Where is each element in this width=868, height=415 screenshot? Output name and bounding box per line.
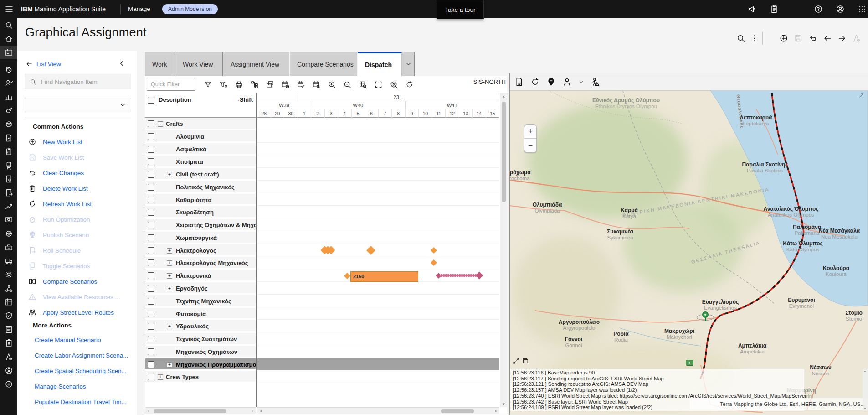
refresh-icon[interactable] — [405, 80, 414, 89]
select-all-checkbox[interactable] — [148, 97, 154, 104]
cal-search-icon[interactable] — [312, 80, 321, 89]
timeline-row-4[interactable] — [257, 168, 499, 181]
panel-collapse-icon[interactable] — [118, 59, 126, 67]
gantt-row-15[interactable]: Φυτοκομία — [145, 308, 256, 320]
user-avatar-icon[interactable] — [836, 5, 845, 14]
cal-check-icon[interactable] — [297, 80, 305, 89]
action-compare-scenarios[interactable]: Compare Scenarios — [28, 276, 131, 286]
rail-item-network[interactable] — [0, 281, 17, 295]
row-checkbox[interactable] — [148, 222, 154, 228]
row-checkbox[interactable] — [148, 234, 154, 241]
rail-item-sports[interactable] — [0, 117, 17, 131]
rail-item-doc-export[interactable] — [0, 186, 17, 199]
row-checkbox[interactable] — [148, 348, 154, 355]
rail-item-gear[interactable] — [0, 268, 17, 281]
rail-item-clipboard-chart[interactable] — [0, 145, 17, 158]
action-delete-work-list[interactable]: Delete Work List — [28, 183, 131, 193]
hscroll-thumb[interactable] — [441, 409, 474, 413]
map-canvas[interactable]: + − Εθνικός Δρυμός ΟλύμπουEthnikos Drymo… — [510, 91, 868, 415]
timeline-row-20[interactable] — [257, 371, 499, 383]
gantt-row-2[interactable]: Ασφαλτικά — [145, 143, 256, 155]
clipboard-icon[interactable] — [770, 5, 779, 14]
expand-expander[interactable]: + — [167, 286, 172, 291]
timeline-hscrollbar[interactable] — [257, 407, 499, 414]
row-checkbox[interactable] — [148, 374, 154, 380]
tab-work-view[interactable]: Work View — [175, 52, 223, 76]
zoom-out-icon[interactable] — [343, 80, 352, 89]
gantt-row-9[interactable]: Χωματουργικά — [145, 232, 256, 244]
gantt-row-19[interactable]: +Μηχανικός Προγραμματισμού Εργασι — [145, 358, 256, 370]
take-a-tour-button[interactable]: Take a tour — [437, 0, 484, 19]
chevron-down-icon[interactable] — [578, 79, 584, 85]
row-checkbox[interactable] — [148, 120, 154, 127]
left-pane-hscrollbar[interactable] — [145, 407, 256, 414]
pegman-warn-icon[interactable] — [591, 77, 600, 87]
gantt-row-18[interactable]: Μηχανικός Οχημάτων — [145, 346, 256, 358]
rail-item-user-circle[interactable] — [0, 363, 17, 377]
console-scrollbar[interactable] — [863, 369, 868, 411]
gantt-row-16[interactable]: +Υδραυλικός — [145, 320, 256, 332]
doc-layers-icon[interactable] — [514, 77, 524, 87]
zoom-out-button[interactable]: − — [524, 139, 536, 152]
row-checkbox[interactable] — [148, 197, 154, 203]
gantt-row-7[interactable]: Σκυροδέτηση — [145, 206, 256, 218]
tab-dispatch[interactable]: Dispatch — [358, 52, 402, 76]
hamburger-menu-icon[interactable] — [5, 5, 14, 14]
row-checkbox[interactable] — [148, 311, 154, 317]
rail-item-clipboard-lock[interactable] — [0, 336, 17, 350]
filter-icon[interactable] — [204, 80, 212, 89]
expand-expander[interactable]: + — [167, 260, 172, 266]
collapse-expander[interactable]: - — [158, 121, 163, 127]
rail-item-shield-check[interactable] — [0, 309, 17, 322]
list-view-back-link[interactable]: List View — [26, 59, 61, 68]
more-action-4[interactable]: Populate Destination Travel Tim... — [35, 399, 133, 408]
search-icon[interactable] — [736, 34, 745, 43]
timeline-row-19[interactable] — [257, 358, 499, 371]
timeline-row-9[interactable] — [257, 232, 499, 244]
more-action-0[interactable]: Create Manual Scenario — [35, 337, 133, 346]
tree-view-icon[interactable] — [250, 80, 259, 89]
more-action-2[interactable]: Create Spatial Scheduling Scen... — [35, 368, 133, 377]
rail-item-briefcase[interactable] — [0, 240, 17, 254]
map-collapse-icon[interactable] — [512, 357, 520, 365]
manage-menu-item[interactable]: Manage — [128, 0, 150, 18]
action-new-work-list[interactable]: New Work List — [28, 137, 131, 147]
row-checkbox[interactable] — [148, 247, 154, 254]
timeline-row-10[interactable] — [257, 244, 499, 257]
expand-expander[interactable]: + — [167, 362, 172, 368]
more-action-1[interactable]: Create Labor Assignment Scena... — [35, 352, 133, 361]
map-copy-icon[interactable] — [522, 357, 529, 365]
quick-filter-input[interactable] — [147, 78, 195, 91]
rail-item-doc-badge[interactable] — [0, 172, 17, 186]
gantt-row-3[interactable]: Χτισίματα — [145, 156, 256, 167]
grid-splitter[interactable] — [256, 93, 257, 407]
help-icon[interactable] — [814, 5, 823, 14]
rail-item-monitor-search[interactable] — [0, 213, 17, 227]
gantt-row-4[interactable]: +Civil (test craft) — [145, 168, 256, 180]
description-column-header[interactable]: Description — [159, 96, 191, 103]
rail-item-user-follow[interactable] — [0, 76, 17, 90]
timeline-row-13[interactable] — [257, 282, 499, 295]
timeline-row-5[interactable] — [257, 181, 499, 193]
tabs-overflow-button[interactable] — [402, 52, 415, 76]
person-icon[interactable] — [562, 77, 572, 87]
rail-item-doc-sync[interactable] — [0, 131, 17, 145]
vscroll-thumb[interactable] — [502, 102, 506, 202]
rail-item-history[interactable] — [0, 62, 17, 76]
rail-item-scheduler[interactable] — [0, 46, 17, 59]
printer-icon[interactable] — [235, 80, 243, 89]
gantt-row-11[interactable]: +Ηλεκτρολόγος Μηχανικός — [145, 257, 256, 269]
row-checkbox[interactable] — [148, 146, 154, 153]
row-checkbox[interactable] — [148, 171, 154, 178]
gantt-row-5[interactable]: Πολιτικός Μηχανικός — [145, 181, 256, 193]
gantt-row-17[interactable]: Τεχνικός Συστημάτων — [145, 333, 256, 345]
timeline-row-14[interactable] — [257, 295, 499, 307]
rail-item-trend-chart[interactable] — [0, 199, 17, 213]
rail-item-calendar-grid[interactable] — [0, 295, 17, 309]
tab-assignment-view[interactable]: Assignment View — [223, 52, 289, 76]
timeline-row-3[interactable] — [257, 156, 499, 168]
timeline-row-8[interactable] — [257, 219, 499, 231]
row-checkbox[interactable] — [148, 361, 154, 368]
expand-expander[interactable]: + — [167, 273, 172, 279]
action-apply-street-level-routes[interactable]: Apply Street Level Routes — [28, 307, 131, 317]
